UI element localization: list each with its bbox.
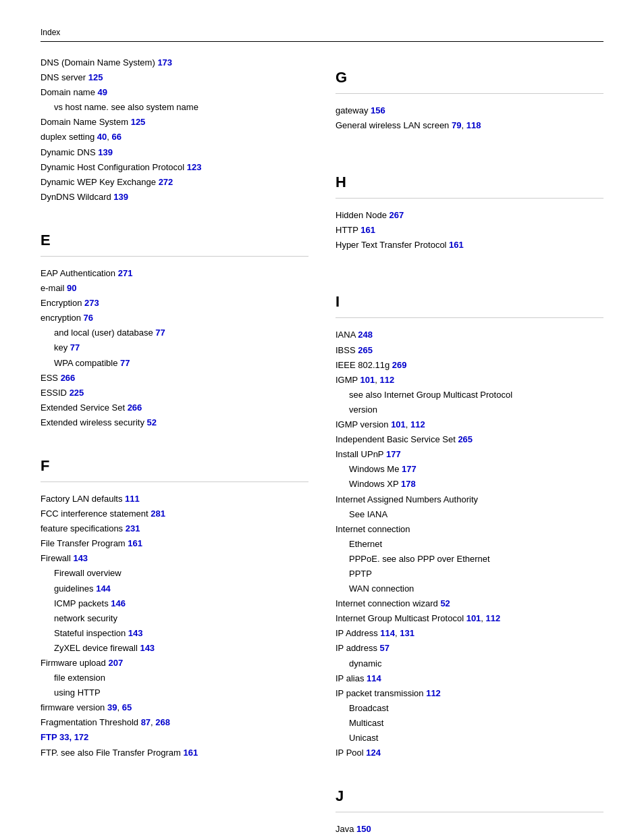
link[interactable]: 33 <box>59 732 69 742</box>
link[interactable]: 77 <box>120 358 130 368</box>
link[interactable]: 49 <box>98 87 107 97</box>
divider <box>336 812 603 812</box>
link[interactable]: 124 <box>366 748 381 758</box>
list-item: WPA compatible 77 <box>41 356 308 371</box>
list-item: Windows Me 177 <box>336 462 603 477</box>
link[interactable]: 161 <box>360 225 375 235</box>
f-section: F Factory LAN defaults 111 FCC interfere… <box>41 457 308 760</box>
link[interactable]: 173 <box>157 57 172 68</box>
link[interactable]: 125 <box>88 72 103 82</box>
link[interactable]: 123 <box>187 162 202 172</box>
page: Index DNS (Domain Name System) 173 DNS s… <box>0 0 644 834</box>
section-letter-f: F <box>41 457 308 475</box>
list-item: ICMP packets 146 <box>41 596 308 611</box>
link[interactable]: 268 <box>155 717 170 727</box>
link[interactable]: 231 <box>126 523 140 533</box>
link[interactable]: 266 <box>61 373 76 383</box>
list-item: Factory LAN defaults 111 <box>41 492 308 506</box>
divider <box>336 317 603 318</box>
divider <box>41 256 308 257</box>
link[interactable]: 267 <box>390 210 404 220</box>
link[interactable]: 248 <box>358 330 373 340</box>
link[interactable]: 143 <box>128 628 143 638</box>
link[interactable]: 143 <box>140 643 155 653</box>
link[interactable]: 87 <box>141 717 151 727</box>
link[interactable]: 114 <box>367 673 381 683</box>
section-letter-h: H <box>336 174 603 191</box>
link[interactable]: 177 <box>402 464 417 474</box>
link[interactable]: 101 <box>466 613 481 623</box>
link[interactable]: 52 <box>147 417 157 427</box>
list-item: Internet connection wizard 52 <box>336 596 603 611</box>
list-item: file extension <box>41 671 308 685</box>
list-item: HTTP 161 <box>336 223 603 238</box>
link[interactable]: 146 <box>111 598 126 608</box>
link[interactable]: 77 <box>155 328 165 338</box>
link[interactable]: 139 <box>113 192 128 202</box>
link[interactable]: 112 <box>486 613 501 623</box>
link[interactable]: 139 <box>98 147 113 157</box>
link[interactable]: 269 <box>392 360 407 370</box>
link[interactable]: 112 <box>410 419 425 429</box>
section-letter-i: I <box>336 293 603 311</box>
link[interactable]: 265 <box>358 345 373 355</box>
link[interactable]: 112 <box>426 688 441 698</box>
list-item: guidelines 144 <box>41 581 308 596</box>
link[interactable]: 207 <box>108 658 123 668</box>
list-item: duplex setting 40, 66 <box>41 130 308 145</box>
link[interactable]: 52 <box>440 598 450 608</box>
content-area: DNS (Domain Name System) 173 DNS server … <box>41 55 603 834</box>
list-item: Domain Name System 125 <box>41 115 308 130</box>
link[interactable]: 57 <box>380 643 390 653</box>
link[interactable]: 225 <box>70 388 84 398</box>
link[interactable]: 131 <box>400 628 414 638</box>
list-item: Ethernet <box>336 537 603 552</box>
list-item: key 77 <box>41 340 308 355</box>
link[interactable]: 118 <box>466 120 481 130</box>
list-item: General wireless LAN screen 79, 118 <box>336 118 603 133</box>
link[interactable]: 90 <box>67 283 76 293</box>
link[interactable]: 144 <box>96 583 111 594</box>
list-item: IP Address 114, 131 <box>336 626 603 641</box>
link[interactable]: 266 <box>128 402 142 413</box>
list-item: Java 150 <box>336 822 603 834</box>
link[interactable]: 161 <box>128 538 142 548</box>
list-item: Windows XP 178 <box>336 477 603 492</box>
link[interactable]: 281 <box>151 509 165 519</box>
link[interactable]: 272 <box>159 177 173 187</box>
list-item: IGMP 101, 112 <box>336 373 603 388</box>
link[interactable]: 79 <box>452 120 461 130</box>
left-column: DNS (Domain Name System) 173 DNS server … <box>41 55 308 834</box>
link[interactable]: 143 <box>73 553 88 563</box>
link[interactable]: 273 <box>84 298 99 308</box>
link[interactable]: 265 <box>458 434 473 444</box>
link[interactable]: 65 <box>122 702 132 712</box>
link[interactable]: 177 <box>386 449 401 459</box>
link[interactable]: 156 <box>371 105 385 115</box>
link[interactable]: 150 <box>356 824 371 834</box>
ftp-label[interactable]: FTP 33, 172 <box>41 732 88 742</box>
link[interactable]: 101 <box>360 375 375 385</box>
list-item: vs host name. see also system name <box>41 100 308 115</box>
link[interactable]: 39 <box>107 702 117 712</box>
link[interactable]: 76 <box>84 313 93 323</box>
link[interactable]: 77 <box>70 342 80 353</box>
link[interactable]: 66 <box>112 132 122 142</box>
link[interactable]: 161 <box>449 240 464 250</box>
d-section-entries: DNS (Domain Name System) 173 DNS server … <box>41 55 308 205</box>
link[interactable]: 178 <box>401 479 416 489</box>
link[interactable]: 112 <box>380 375 395 385</box>
list-item: Multicast <box>336 716 603 731</box>
link[interactable]: 114 <box>380 628 395 638</box>
link[interactable]: 101 <box>391 419 406 429</box>
link[interactable]: 172 <box>74 732 89 742</box>
link[interactable]: 40 <box>97 132 107 142</box>
link[interactable]: 125 <box>131 117 146 127</box>
header-text: Index <box>41 28 60 37</box>
g-section: G gateway 156 General wireless LAN scree… <box>336 69 603 133</box>
link[interactable]: 161 <box>183 748 198 758</box>
h-section: H Hidden Node 267 HTTP 161 Hyper Text Tr… <box>336 174 603 253</box>
link[interactable]: 271 <box>118 268 133 278</box>
link[interactable]: 111 <box>125 494 140 504</box>
list-item: Firewall overview <box>41 566 308 581</box>
